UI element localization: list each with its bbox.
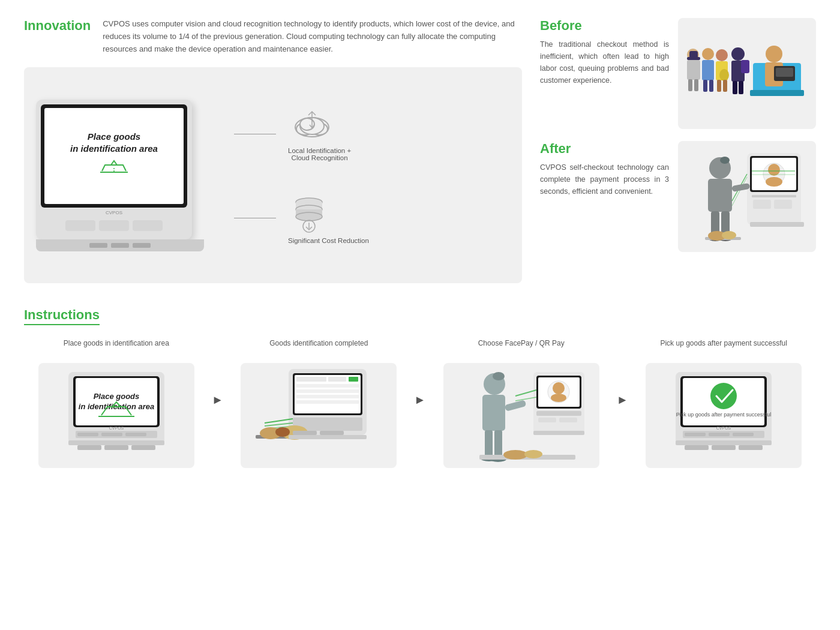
step-2-image <box>241 363 397 468</box>
step-4-label: Pick up goods after payment successful <box>660 339 787 357</box>
svg-rect-121 <box>538 418 556 422</box>
kiosk-device: Place goods in identification area <box>36 100 204 251</box>
svg-point-125 <box>524 450 542 458</box>
svg-rect-21 <box>776 68 793 77</box>
kiosk-btn-2 <box>99 220 129 231</box>
svg-rect-77 <box>68 440 164 445</box>
step-3: Choose FacePay / QR Pay <box>429 339 614 468</box>
svg-line-55 <box>732 177 747 206</box>
svg-rect-51 <box>753 200 771 209</box>
svg-point-46 <box>768 164 780 176</box>
svg-rect-86 <box>328 377 346 382</box>
svg-rect-100 <box>293 431 317 435</box>
svg-line-119 <box>515 397 536 401</box>
svg-point-32 <box>702 48 714 60</box>
instructions-section: Instructions Place goods in identificati… <box>24 307 816 468</box>
svg-rect-120 <box>536 411 581 416</box>
right-panel: Before The traditional checkout method i… <box>540 18 816 283</box>
svg-point-117 <box>551 394 566 402</box>
device-diagram: Place goods in identification area <box>24 67 522 283</box>
arrow-3: ► <box>614 393 632 407</box>
svg-rect-137 <box>685 445 709 450</box>
svg-rect-91 <box>296 400 359 404</box>
kiosk-buttons <box>41 217 187 235</box>
svg-rect-80 <box>131 445 155 450</box>
svg-rect-85 <box>296 377 326 382</box>
svg-line-94 <box>265 423 293 426</box>
arrow-1: ► <box>209 393 227 407</box>
kiosk-screen-text: Place goods in identification area <box>70 131 158 154</box>
svg-rect-39 <box>687 60 700 80</box>
kiosk-btn-1 <box>65 220 95 231</box>
before-image <box>678 18 816 129</box>
svg-rect-79 <box>104 445 128 450</box>
svg-text:Place goods: Place goods <box>94 392 140 401</box>
after-text: CVPOS self-checkout technology can compl… <box>540 161 669 197</box>
svg-rect-123 <box>533 431 584 435</box>
svg-point-13 <box>296 212 322 221</box>
svg-point-129 <box>710 383 737 409</box>
svg-point-124 <box>503 450 527 460</box>
kiosk-screen: Place goods in identification area <box>44 108 184 204</box>
svg-rect-38 <box>689 51 698 58</box>
svg-rect-108 <box>494 430 502 457</box>
svg-text:Pick up goods after payment su: Pick up goods after payment successful <box>676 412 772 418</box>
page-wrapper: Innovation CVPOS uses computer vision an… <box>0 0 840 486</box>
svg-point-47 <box>766 177 782 187</box>
svg-line-118 <box>515 390 536 396</box>
innovation-text: CVPOS uses computer vision and cloud rec… <box>103 18 522 55</box>
svg-rect-34 <box>703 80 707 92</box>
svg-rect-135 <box>733 433 754 436</box>
svg-rect-87 <box>349 377 358 382</box>
svg-rect-105 <box>482 395 505 431</box>
after-title: After <box>540 141 669 157</box>
svg-point-99 <box>275 427 290 437</box>
svg-text:CVPOS: CVPOS <box>716 426 731 430</box>
svg-rect-53 <box>750 222 804 227</box>
svg-rect-41 <box>694 79 698 91</box>
svg-rect-30 <box>717 80 721 92</box>
svg-rect-90 <box>296 395 359 398</box>
svg-rect-78 <box>77 445 101 450</box>
before-text-container: Before The traditional checkout method i… <box>540 18 669 86</box>
before-title: Before <box>540 18 669 34</box>
kiosk-slot-2 <box>111 243 129 248</box>
svg-rect-35 <box>709 80 713 92</box>
svg-rect-88 <box>296 384 359 388</box>
svg-rect-31 <box>723 80 727 92</box>
svg-point-27 <box>716 49 728 61</box>
svg-rect-139 <box>739 445 763 450</box>
svg-text:CVPOS: CVPOS <box>109 426 124 430</box>
svg-rect-101 <box>320 431 344 435</box>
svg-rect-40 <box>688 79 692 91</box>
svg-rect-74 <box>77 433 98 436</box>
step3-illustration <box>449 366 593 465</box>
svg-rect-102 <box>289 435 367 439</box>
step2-illustration <box>247 366 391 465</box>
step-1: Place goods in identification area Place… <box>24 339 209 468</box>
kiosk-slot-3 <box>133 243 151 248</box>
svg-point-116 <box>553 382 565 394</box>
svg-rect-89 <box>296 389 359 393</box>
svg-point-104 <box>493 372 505 380</box>
kiosk-outer: Place goods in identification area <box>36 100 192 239</box>
cloud-label: Local Identification +Cloud Recognition <box>288 147 351 161</box>
queue-illustration <box>681 21 813 126</box>
svg-point-29 <box>719 69 729 81</box>
db-icon-container: Significant Cost Reduction <box>288 191 369 244</box>
step-3-label: Choose FacePay / QR Pay <box>478 339 565 357</box>
svg-rect-17 <box>750 90 804 96</box>
step1-illustration: Place goods in identification area <box>44 366 188 465</box>
before-text: The traditional checkout method is ineff… <box>540 38 669 86</box>
step-2: Goods identification completed <box>226 339 411 468</box>
left-panel: Innovation CVPOS uses computer vision an… <box>24 18 522 283</box>
innovation-header: Innovation CVPOS uses computer vision an… <box>24 18 522 55</box>
after-image <box>678 141 816 252</box>
svg-rect-50 <box>752 195 796 197</box>
after-block: After CVPOS self-checkout technology can… <box>540 141 816 252</box>
instructions-title: Instructions <box>24 307 100 325</box>
kiosk-screen-icon <box>99 159 129 181</box>
steps-row: Place goods in identification area Place… <box>24 339 816 468</box>
svg-rect-136 <box>676 440 772 445</box>
step4-illustration: Pick up goods after payment successful C… <box>652 366 796 465</box>
